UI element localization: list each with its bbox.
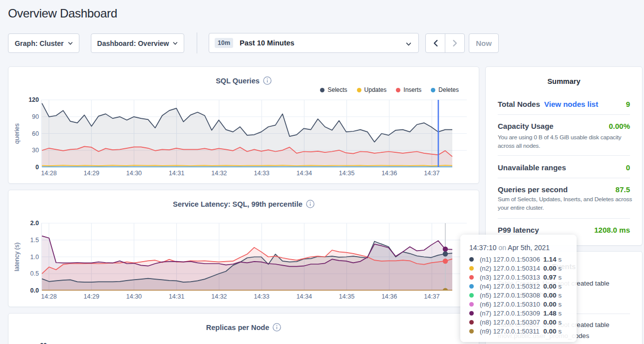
svg-text:14:31: 14:31	[169, 293, 184, 300]
svg-text:14:34: 14:34	[297, 293, 312, 300]
svg-text:14:33: 14:33	[254, 293, 269, 300]
svg-text:14:29: 14:29	[84, 170, 99, 177]
svg-text:14:37: 14:37	[424, 293, 439, 300]
svg-text:120: 120	[28, 96, 39, 103]
svg-text:1.0: 1.0	[30, 254, 39, 261]
svg-text:1.5: 1.5	[30, 237, 39, 244]
svg-text:60: 60	[32, 130, 39, 137]
svg-text:14:36: 14:36	[381, 293, 397, 300]
svg-text:30: 30	[32, 147, 39, 154]
svg-text:14:32: 14:32	[211, 293, 227, 300]
svg-text:14:31: 14:31	[169, 170, 184, 177]
svg-text:14:30: 14:30	[126, 293, 142, 300]
svg-text:14:34: 14:34	[297, 170, 312, 177]
svg-text:0.5: 0.5	[30, 270, 39, 277]
svg-text:14:35: 14:35	[339, 170, 354, 177]
svg-text:14:35: 14:35	[339, 293, 354, 300]
svg-text:14:32: 14:32	[211, 170, 227, 177]
svg-text:0.0: 0.0	[30, 287, 39, 294]
svg-text:14:30: 14:30	[126, 170, 142, 177]
svg-text:latency (s): latency (s)	[13, 243, 20, 272]
svg-text:2.0: 2.0	[30, 220, 39, 227]
svg-text:14:37: 14:37	[424, 170, 439, 177]
svg-text:14:28: 14:28	[41, 170, 56, 177]
svg-text:14:28: 14:28	[41, 293, 56, 300]
svg-text:14:36: 14:36	[381, 170, 397, 177]
svg-text:90: 90	[32, 113, 39, 120]
svg-text:14:33: 14:33	[254, 170, 269, 177]
svg-text:14:29: 14:29	[84, 293, 99, 300]
svg-text:0: 0	[35, 164, 39, 171]
svg-text:queries: queries	[13, 123, 20, 144]
